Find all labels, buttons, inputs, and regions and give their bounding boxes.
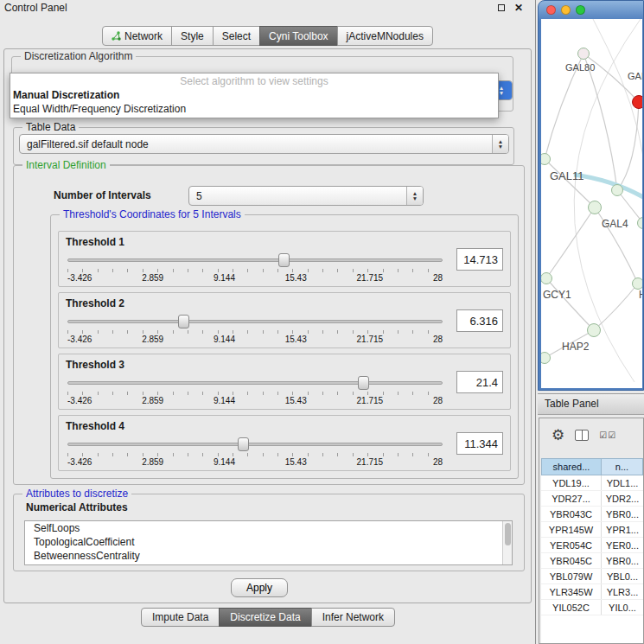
scale-label: -3.426 <box>67 335 92 344</box>
scale-label: 9.144 <box>214 396 235 405</box>
list-item[interactable]: SelfLoops <box>25 521 512 535</box>
table-panel-header[interactable]: Table Panel <box>538 393 644 415</box>
table-cell: YBR043C <box>541 507 602 521</box>
scale-label: -3.426 <box>67 273 92 283</box>
scale-label: 9.144 <box>214 273 235 283</box>
scale-label: -3.426 <box>67 396 92 405</box>
numerical-attributes-label: Numerical Attributes <box>26 501 128 513</box>
table-row[interactable]: YLR345WYLR3... <box>541 584 643 600</box>
scale-label: 28 <box>433 396 443 405</box>
checkbox-icons[interactable]: ☑☑ <box>599 430 616 440</box>
slider-scale: -3.4262.8599.14415.4321.71528 <box>67 457 443 467</box>
slider-ticks <box>67 330 443 334</box>
table-row[interactable]: YBL079WYBL0... <box>541 569 643 584</box>
threshold-value-field[interactable]: 21.4 <box>456 371 503 393</box>
table-cell: YDR2... <box>602 491 643 506</box>
slider-thumb[interactable] <box>178 315 189 328</box>
tab-cyni-toolbox[interactable]: Cyni Toolbox <box>259 26 337 46</box>
threshold-value-field[interactable]: 11.344 <box>456 432 503 455</box>
slider-ticks <box>67 453 443 456</box>
threshold-slider[interactable] <box>67 253 443 267</box>
column-header[interactable]: shared... <box>541 458 602 475</box>
close-icon[interactable]: ✕ <box>514 2 523 14</box>
table-row[interactable]: YPR145WYPR1... <box>541 522 643 538</box>
network-canvas[interactable]: GAL80GAL8GAL11GAL4GCY1HHAP2 <box>541 19 642 388</box>
table-cell: YLR3... <box>602 584 643 599</box>
popup-option-equal-width-frequency[interactable]: Equal Width/Frequency Discretization <box>10 102 498 116</box>
control-panel-window: Control Panel ✕ Network Style Select Cyn… <box>0 0 536 644</box>
scale-label: 21.715 <box>357 457 384 467</box>
table-row[interactable]: YIL052CYIL0... <box>541 600 643 615</box>
scrollbar-thumb[interactable] <box>505 523 511 545</box>
float-window-icon[interactable] <box>498 4 505 11</box>
table-cell: YBL079W <box>541 569 602 583</box>
threshold-value-field[interactable]: 6.316 <box>456 309 503 332</box>
threshold-slider[interactable] <box>67 315 443 328</box>
table-row[interactable]: YDL19...YDL1... <box>541 475 643 491</box>
tab-label: jActiveMNodules <box>347 30 424 42</box>
table-data-select-value: galFiltered.sif default node <box>20 138 492 150</box>
network-node[interactable] <box>577 48 590 60</box>
combo-stepper-icon[interactable]: ▲▼ <box>492 135 508 153</box>
table-cell: YIL0... <box>602 600 643 615</box>
scale-label: 21.715 <box>357 396 384 405</box>
tab-discretize-data[interactable]: Discretize Data <box>219 608 311 627</box>
cyni-toolbox-panel: Discretization Algorithm ▲▼ Select algor… <box>3 48 532 603</box>
scrollbar[interactable] <box>502 521 512 564</box>
tab-impute-data[interactable]: Impute Data <box>141 608 220 627</box>
threshold-value-field[interactable]: 14.713 <box>456 248 503 271</box>
table-row[interactable]: YBR043CYBR0... <box>541 507 643 522</box>
table-cell: YBR0... <box>602 553 643 568</box>
columns-icon[interactable] <box>575 430 589 441</box>
gear-icon[interactable]: ⚙ <box>552 428 564 443</box>
table-data-select[interactable]: galFiltered.sif default node ▲▼ <box>19 134 509 154</box>
threshold-box: Threshold 1-3.4262.8599.14415.4321.71528… <box>58 231 511 287</box>
slider-thumb[interactable] <box>238 437 249 451</box>
mac-zoom-icon[interactable] <box>576 5 585 15</box>
list-item[interactable]: TopologicalCoefficient <box>25 535 512 549</box>
threshold-box: Threshold 4-3.4262.8599.14415.4321.71528… <box>58 415 511 471</box>
popup-placeholder-option[interactable]: Select algorithm to view settings <box>10 73 498 88</box>
popup-option-manual-discretization[interactable]: Manual Discretization <box>10 88 498 102</box>
table-row[interactable]: YBR045CYBR0... <box>541 553 643 569</box>
table-row[interactable]: YER054CYER0... <box>541 538 643 553</box>
tab-jactivemnodules[interactable]: jActiveMNodules <box>337 26 433 46</box>
network-node[interactable] <box>611 184 623 196</box>
slider-thumb[interactable] <box>278 253 290 267</box>
mac-close-icon[interactable] <box>546 5 556 15</box>
list-item[interactable]: BetweennessCentrality <box>25 549 512 563</box>
tab-label: Select <box>222 30 251 42</box>
tab-select[interactable]: Select <box>213 26 260 46</box>
attributes-list[interactable]: SelfLoopsTopologicalCoefficientBetweenne… <box>24 520 513 565</box>
scale-label: 15.43 <box>285 457 307 467</box>
number-of-intervals-select[interactable]: 5 ▲▼ <box>188 186 424 206</box>
scale-label: 2.859 <box>142 396 163 405</box>
network-node[interactable] <box>588 201 602 214</box>
tab-label: Cyni Toolbox <box>269 30 328 42</box>
slider-scale: -3.4262.8599.14415.4321.71528 <box>67 396 443 405</box>
threshold-slider[interactable] <box>67 376 443 390</box>
table-cell: YPR1... <box>602 522 643 537</box>
tab-network[interactable]: Network <box>102 26 172 46</box>
table-cell: YIL052C <box>541 600 602 615</box>
node-label: GAL8 <box>628 71 642 81</box>
mac-minimize-icon[interactable] <box>561 5 571 15</box>
table-cell: YBR0... <box>602 507 643 521</box>
table-row[interactable]: YDR27...YDR2... <box>541 491 643 507</box>
tab-style[interactable]: Style <box>171 26 214 46</box>
slider-thumb[interactable] <box>358 376 369 390</box>
network-node-selected[interactable] <box>632 95 642 109</box>
node-label: H <box>639 289 642 301</box>
column-header[interactable]: n... <box>602 458 643 475</box>
threshold-box: Threshold 3-3.4262.8599.14415.4321.71528… <box>58 354 511 410</box>
combo-stepper-icon[interactable]: ▲▼ <box>406 187 423 205</box>
table-cell: YPR145W <box>541 522 602 537</box>
algorithm-group-title: Discretization Algorithm <box>21 50 136 62</box>
tab-infer-network[interactable]: Infer Network <box>311 608 395 627</box>
apply-button[interactable]: Apply <box>231 578 288 597</box>
network-node[interactable] <box>587 323 601 337</box>
interval-definition-group: Interval Definition Number of Intervals … <box>13 165 525 485</box>
threshold-slider[interactable] <box>67 437 443 451</box>
table-header: shared...n... <box>541 458 643 475</box>
network-node[interactable] <box>632 277 642 290</box>
